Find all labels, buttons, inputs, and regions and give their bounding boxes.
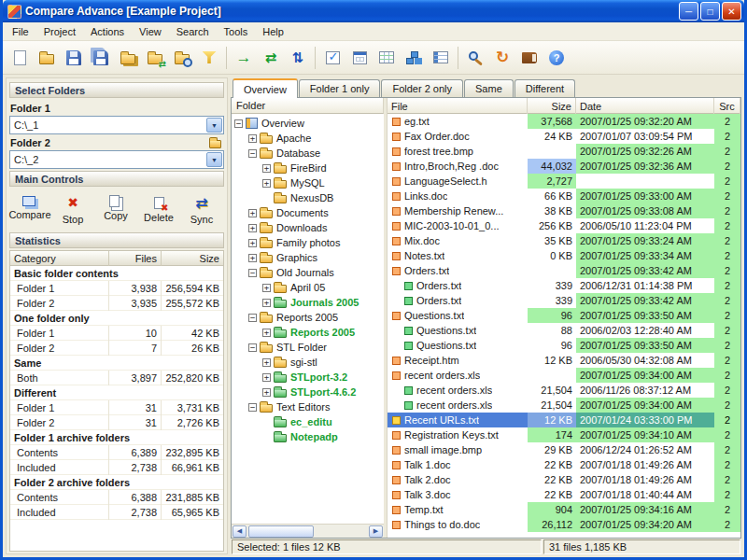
- file-row[interactable]: Registration Keys.txt1742007/01/25 09:34…: [388, 427, 740, 442]
- stop-button[interactable]: Stop: [52, 190, 93, 229]
- expand-icon[interactable]: +: [262, 388, 271, 397]
- menu-actions[interactable]: Actions: [83, 24, 132, 39]
- file-row[interactable]: MIC-2003-10-01_0...256 KB2006/05/10 11:2…: [388, 218, 740, 233]
- tree-item[interactable]: +MySQL: [232, 175, 384, 190]
- folder2-combo[interactable]: C:\_2: [9, 150, 224, 169]
- copy-to-folder-1-button[interactable]: [258, 45, 284, 71]
- file-row[interactable]: Links.doc66 KB2007/01/25 09:33:00 AM2: [388, 189, 740, 203]
- file-row[interactable]: forest tree.bmp2007/01/25 09:32:26 AM2: [388, 144, 740, 159]
- collapse-icon[interactable]: −: [248, 314, 257, 322]
- tree-item[interactable]: +Journals 2005: [232, 295, 384, 310]
- folder1-combo[interactable]: C:\_1: [9, 116, 224, 134]
- tab-same[interactable]: Same: [464, 79, 514, 97]
- tree-item[interactable]: ec_editu: [232, 414, 384, 429]
- folder1-dropdown-icon[interactable]: [206, 118, 222, 133]
- file-row[interactable]: recent orders.xls21,5042007/01/25 09:34:…: [388, 398, 740, 413]
- new-button[interactable]: [7, 45, 33, 71]
- menu-view[interactable]: View: [132, 24, 169, 39]
- tree-item[interactable]: +FireBird: [232, 161, 384, 175]
- tree-item[interactable]: +Reports 2005: [232, 325, 384, 340]
- tree-item[interactable]: +Graphics: [232, 250, 384, 265]
- expand-icon[interactable]: +: [248, 224, 257, 232]
- file-col-date[interactable]: Date: [576, 98, 714, 114]
- folder2-dropdown-icon[interactable]: [206, 152, 222, 167]
- tree-item[interactable]: +Family photos: [232, 235, 384, 250]
- close-button[interactable]: ✕: [722, 2, 741, 21]
- select-actions-button[interactable]: [319, 45, 345, 71]
- file-row[interactable]: Talk 2.doc22 KB2007/01/18 01:49:26 AM2: [388, 472, 740, 487]
- help-button[interactable]: [543, 45, 570, 71]
- file-row[interactable]: Things to do.doc26,1122007/01/25 09:34:2…: [388, 517, 740, 532]
- minimize-button[interactable]: ─: [679, 2, 698, 21]
- refresh-button[interactable]: [489, 45, 515, 71]
- file-col-size[interactable]: Size: [528, 98, 576, 114]
- filter-button[interactable]: [196, 45, 222, 71]
- open-button[interactable]: [34, 45, 60, 71]
- menu-help[interactable]: Help: [255, 24, 291, 39]
- session-schedule-button[interactable]: [346, 45, 373, 71]
- save-button[interactable]: [61, 45, 87, 71]
- find-button[interactable]: [462, 45, 488, 71]
- tab-overview[interactable]: Overview: [233, 78, 298, 98]
- menu-file[interactable]: File: [5, 24, 36, 39]
- scroll-left-icon[interactable]: [233, 525, 247, 538]
- title-bar[interactable]: Compare Advance [Example Project] ─ □ ✕: [3, 0, 744, 22]
- file-row[interactable]: Talk 3.doc22 KB2007/01/18 01:40:44 AM2: [388, 487, 740, 502]
- file-row[interactable]: Membership Renew...38 KB2007/01/25 09:33…: [388, 203, 740, 218]
- expand-icon[interactable]: +: [248, 239, 257, 247]
- file-row[interactable]: LanguageSelect.h2,7272: [388, 174, 740, 189]
- file-row[interactable]: recent orders.xls2007/01/25 09:34:00 AM2: [388, 368, 740, 383]
- tree-item[interactable]: NexusDB: [232, 190, 384, 205]
- collapse-icon[interactable]: −: [248, 149, 257, 158]
- collapse-icon[interactable]: −: [234, 119, 243, 128]
- sync-button[interactable]: Sync: [181, 190, 222, 229]
- expand-icon[interactable]: +: [262, 358, 271, 367]
- tree-item[interactable]: +April 05: [232, 280, 384, 295]
- file-col-src[interactable]: Src: [714, 98, 740, 114]
- file-row[interactable]: Fax Order.doc24 KB2007/01/07 03:09:54 PM…: [388, 129, 740, 144]
- maximize-button[interactable]: □: [700, 2, 720, 21]
- synchronize-button[interactable]: [285, 45, 311, 71]
- file-row[interactable]: Intro,Broch,Reg .doc44,0322007/01/25 09:…: [388, 159, 740, 174]
- grid-report-button[interactable]: [374, 45, 400, 71]
- browse-folder-icon[interactable]: [209, 140, 221, 148]
- tree-item[interactable]: +Downloads: [232, 220, 384, 235]
- tree-item[interactable]: −Database: [232, 146, 384, 161]
- tree-item[interactable]: −Old Journals: [232, 265, 384, 280]
- expand-icon[interactable]: +: [262, 373, 271, 382]
- tree-item[interactable]: +sgi-stl: [232, 355, 384, 370]
- tree-item[interactable]: +STLport-4.6.2: [232, 385, 384, 399]
- collapse-icon[interactable]: −: [248, 403, 257, 412]
- tree-item[interactable]: +Documents: [232, 205, 384, 220]
- tree-item[interactable]: −Overview: [232, 116, 384, 131]
- tree-item[interactable]: −Reports 2005: [232, 310, 384, 325]
- file-row[interactable]: Questions.txt962007/01/25 09:33:50 AM2: [388, 308, 740, 323]
- tree-report-button[interactable]: [401, 45, 427, 71]
- column-setup-button[interactable]: [428, 45, 454, 71]
- expand-icon[interactable]: +: [262, 179, 271, 188]
- file-row[interactable]: Notes.txt0 KB2007/01/25 09:33:34 AM2: [388, 248, 740, 263]
- expand-icon[interactable]: +: [262, 164, 271, 173]
- menu-project[interactable]: Project: [36, 24, 83, 39]
- menu-tools[interactable]: Tools: [217, 24, 256, 39]
- delete-button[interactable]: Delete: [138, 190, 179, 229]
- file-row[interactable]: Temp.txt9042007/01/25 09:34:16 AM2: [388, 502, 740, 517]
- expand-icon[interactable]: +: [262, 299, 271, 307]
- expand-icon[interactable]: +: [248, 254, 257, 262]
- expand-icon[interactable]: +: [262, 329, 271, 337]
- scroll-thumb[interactable]: [248, 525, 314, 538]
- file-row[interactable]: Orders.txt2007/01/25 09:33:42 AM2: [388, 263, 740, 278]
- save-report-button[interactable]: [88, 45, 114, 71]
- tree-item[interactable]: −Text Editors: [232, 399, 384, 414]
- collapse-icon[interactable]: −: [248, 343, 257, 352]
- expand-icon[interactable]: +: [262, 284, 271, 292]
- expand-icon[interactable]: +: [248, 134, 257, 143]
- tree-item[interactable]: +Apache: [232, 131, 384, 146]
- file-row[interactable]: recent orders.xls21,5042006/11/26 08:37:…: [388, 383, 740, 398]
- browse-folders-button[interactable]: [169, 45, 195, 71]
- compare-folders-button[interactable]: [142, 45, 168, 71]
- compare-button[interactable]: Compare: [9, 190, 50, 229]
- file-row[interactable]: Questions.txt882006/02/03 12:28:40 AM2: [388, 323, 740, 338]
- file-row[interactable]: Recent URLs.txt12 KB2007/01/24 03:33:00 …: [388, 413, 740, 427]
- menu-search[interactable]: Search: [169, 24, 217, 39]
